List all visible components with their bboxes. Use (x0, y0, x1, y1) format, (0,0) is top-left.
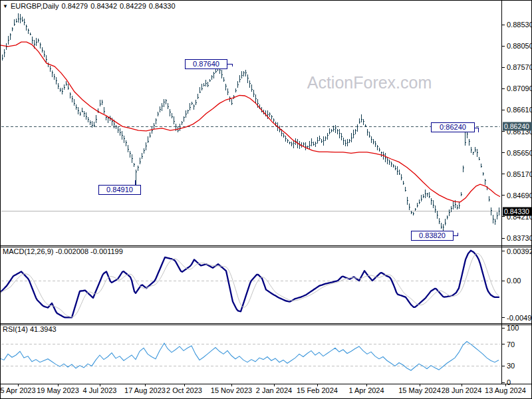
price-flag-connector (227, 64, 232, 66)
open-value: 0.84279 (61, 2, 88, 10)
high-value: 0.84342 (90, 2, 117, 10)
price-flag-086240: 0:86240 (431, 122, 475, 132)
macd-tick-label: -0.004929 (507, 314, 532, 322)
macd-main-line (0, 251, 499, 318)
price-flag-084910: 0.84910 (98, 185, 141, 195)
forex-chart-window: ▼EURGBP,Daily0.842790.843420.842290.8433… (0, 0, 532, 399)
price-tick-label: 0.83730 (507, 234, 532, 242)
date-label: 28 Jun 2024 (442, 386, 482, 394)
price-tick-label: 0.88050 (507, 42, 532, 50)
chevron-down-icon[interactable]: ▼ (3, 3, 8, 9)
rsi-tick-label: 100 (507, 324, 519, 332)
date-label: 5 Apr 2023 (0, 386, 35, 394)
date-label: 15 Feb 2024 (297, 386, 338, 394)
price-tick-label: 0.84690 (507, 192, 532, 200)
macd-tick-label: 0.00 (507, 277, 521, 285)
rsi-tick-label: 0 (507, 378, 511, 386)
symbol-timeframe-label: EURGBP,Daily (11, 2, 59, 10)
price-tick-label: 0.88530 (507, 21, 532, 29)
price-flag-connector (475, 128, 478, 132)
chart-canvas (0, 0, 532, 399)
price-bars (2, 13, 500, 234)
rsi-indicator-label: RSI(14) 41.3943 (3, 325, 57, 333)
date-label: 17 Aug 2023 (124, 386, 166, 394)
price-tick-label: 0.85650 (507, 149, 532, 157)
price-flag-087640: 0.87640 (185, 59, 227, 69)
close-value: 0.84330 (149, 2, 176, 10)
rsi-tick-label: 30 (507, 362, 515, 370)
date-label: 19 May 2023 (37, 386, 79, 394)
macd-tick-label: 0.003928 (507, 247, 532, 255)
moving-average-line (0, 42, 500, 202)
date-label: 2 Oct 2023 (166, 386, 202, 394)
price-tick-label: 0.87090 (507, 84, 532, 92)
date-label: 15 Nov 2023 (211, 386, 252, 394)
price-flag-083820: 0.83820 (411, 231, 454, 241)
date-label: 1 Apr 2024 (348, 386, 384, 394)
price-badge-0.86240: 0.86240 (503, 122, 532, 131)
date-label: 15 May 2024 (398, 386, 441, 394)
price-tick-label: 0.85170 (507, 170, 532, 178)
price-tick-label: 0.86610 (507, 106, 532, 114)
price-tick-label: 0.87570 (507, 63, 532, 71)
price-badge-0.84330: 0.84330 (503, 207, 532, 215)
chart-frame (1, 1, 532, 399)
macd-indicator-label: MACD(12,26,9) -0.002008 -0.001199 (3, 247, 123, 255)
chart-title-bar[interactable]: ▼EURGBP,Daily0.842790.843420.842290.8433… (3, 2, 178, 10)
actionforex-watermark: ActionForex.com (298, 73, 441, 92)
price-flag-connector (454, 233, 458, 235)
low-value: 0.84229 (120, 2, 146, 10)
date-label: 13 Aug 2024 (485, 386, 526, 394)
rsi-tick-label: 70 (507, 340, 515, 348)
date-label: 4 Jul 2023 (83, 386, 117, 394)
date-label: 2 Jan 2024 (256, 386, 292, 394)
